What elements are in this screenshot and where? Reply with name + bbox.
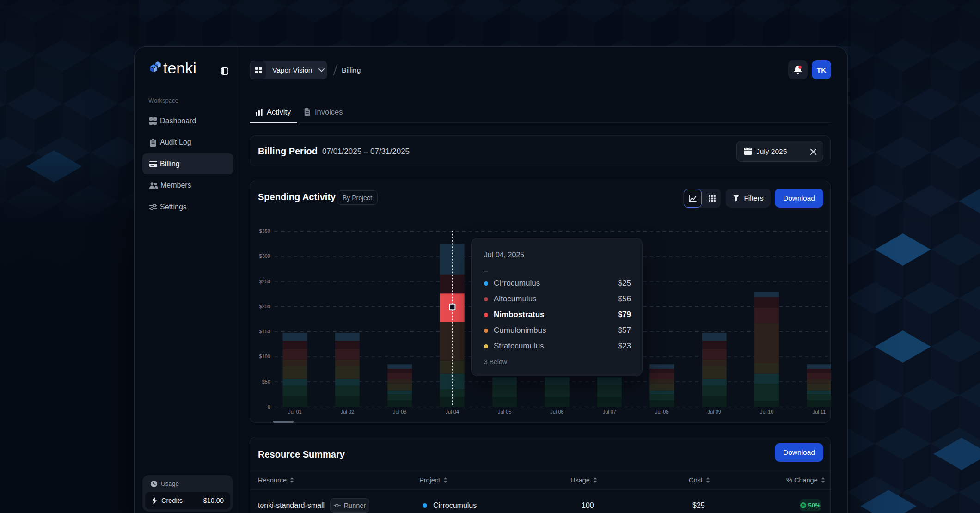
svg-text:$50: $50 (262, 379, 270, 385)
svg-text:Jul 06: Jul 06 (550, 409, 564, 415)
svg-text:Jul 08: Jul 08 (655, 409, 668, 415)
svg-text:$150: $150 (259, 329, 270, 334)
svg-text:Jul 05: Jul 05 (498, 409, 511, 415)
svg-text:Jul 02: Jul 02 (341, 409, 354, 415)
svg-text:$350: $350 (259, 228, 270, 234)
svg-text:$100: $100 (259, 354, 270, 359)
svg-text:Jul 07: Jul 07 (603, 409, 616, 415)
svg-text:$200: $200 (259, 304, 270, 309)
svg-text:Jul 10: Jul 10 (760, 409, 773, 415)
svg-text:Jul 04: Jul 04 (446, 409, 459, 415)
svg-text:Jul 03: Jul 03 (393, 409, 406, 415)
svg-text:$250: $250 (259, 279, 270, 284)
svg-text:Jul 09: Jul 09 (708, 409, 721, 415)
svg-text:0: 0 (268, 404, 270, 409)
svg-text:Jul 11: Jul 11 (813, 409, 826, 415)
svg-text:$300: $300 (259, 253, 270, 259)
svg-text:Jul 01: Jul 01 (288, 409, 301, 415)
